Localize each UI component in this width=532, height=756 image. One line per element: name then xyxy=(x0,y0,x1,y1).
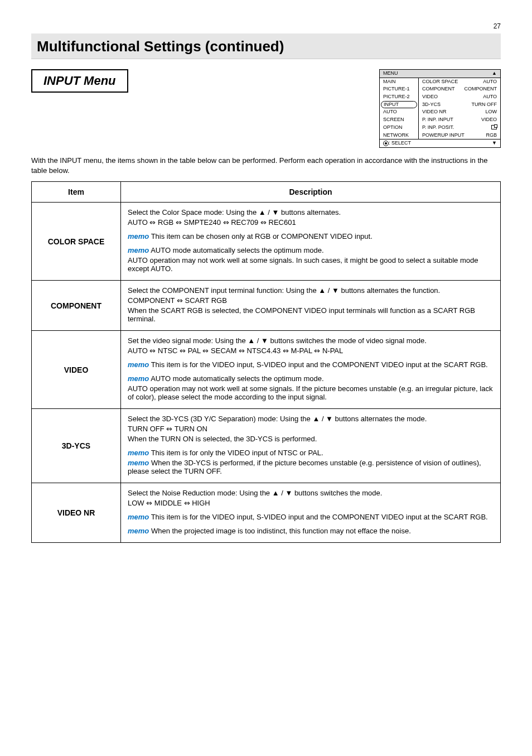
memo-label: memo xyxy=(128,232,149,240)
osd-left-item-selected: INPUT xyxy=(381,101,417,109)
desc-line: Select the COMPONENT input terminal func… xyxy=(128,286,494,295)
chevron-up-icon: ▲ xyxy=(492,70,497,77)
item-description: Select the 3D-YCS (3D Y/C Separation) mo… xyxy=(121,409,501,483)
memo-text: This item is for the VIDEO input, S-VIDE… xyxy=(149,360,487,369)
osd-setting-value: LOW xyxy=(485,109,497,115)
table-header-description: Description xyxy=(121,182,501,203)
item-name: COMPONENT xyxy=(32,281,121,331)
memo: memo AUTO mode automatically selects the… xyxy=(128,374,494,383)
item-description: Set the video signal mode: Using the ▲ /… xyxy=(121,331,501,409)
osd-setting-value: AUTO xyxy=(483,79,497,85)
memo: memo When the projected image is too ind… xyxy=(128,527,494,535)
memo-label: memo xyxy=(128,459,149,467)
osd-left-item: OPTION xyxy=(380,124,418,132)
item-description: Select the COMPONENT input terminal func… xyxy=(121,281,501,331)
desc-line: Set the video signal mode: Using the ▲ /… xyxy=(128,336,494,345)
table-row: VIDEO NR Select the Noise Reduction mode… xyxy=(32,483,501,543)
osd-setting-value: COMPONENT xyxy=(465,86,497,93)
desc-line: When the TURN ON is selected, the 3D-YCS… xyxy=(128,435,494,443)
memo: memo This item is for the VIDEO input, S… xyxy=(128,513,494,521)
table-row: 3D-YCS Select the 3D-YCS (3D Y/C Separat… xyxy=(32,409,501,483)
osd-setting-label: POWERUP INPUT xyxy=(422,132,465,139)
item-description: Select the Color Space mode: Using the ▲… xyxy=(121,203,501,281)
memo-label: memo xyxy=(128,246,149,254)
osd-header-label: MENU xyxy=(383,70,398,77)
osd-left-item: PICTURE-1 xyxy=(380,85,418,93)
desc-sequence: COMPONENT ⇔ SCART RGB xyxy=(128,296,494,305)
memo-extra: AUTO operation may not work well at some… xyxy=(128,256,494,273)
table-row: VIDEO Set the video signal mode: Using t… xyxy=(32,331,501,409)
osd-setting-label: VIDEO xyxy=(422,94,438,100)
memo-label: memo xyxy=(128,374,149,383)
table-row: COMPONENT Select the COMPONENT input ter… xyxy=(32,281,501,331)
memo: memo This item can be chosen only at RGB… xyxy=(128,232,494,240)
chevron-down-icon: ▼ xyxy=(492,140,497,147)
page-title: Multifunctional Settings (continued) xyxy=(31,33,501,59)
desc-sequence: TURN OFF ⇔ TURN ON xyxy=(128,425,494,433)
memo: memo AUTO mode automatically selects the… xyxy=(128,246,494,254)
item-description: Select the Noise Reduction mode: Using t… xyxy=(121,483,501,543)
item-name: VIDEO NR xyxy=(32,483,121,543)
desc-line: Select the 3D-YCS (3D Y/C Separation) mo… xyxy=(128,415,494,423)
osd-left-item: NETWORK xyxy=(380,132,418,139)
table-row: COLOR SPACE Select the Color Space mode:… xyxy=(32,203,501,281)
osd-setting-label: COMPONENT xyxy=(422,86,455,93)
memo-text: AUTO mode automatically selects the opti… xyxy=(149,374,323,383)
memo-label: memo xyxy=(128,513,149,521)
memo-label: memo xyxy=(128,360,149,369)
memo-text: This item is for the VIDEO input, S-VIDE… xyxy=(149,513,487,521)
osd-left-item: PICTURE-2 xyxy=(380,93,418,101)
osd-setting-value: TURN OFF xyxy=(472,102,497,108)
osd-right-column: COLOR SPACEAUTO COMPONENTCOMPONENT VIDEO… xyxy=(419,78,500,139)
osd-footer-label: : SELECT xyxy=(389,140,411,146)
osd-setting-label: VIDEO NR xyxy=(422,109,447,115)
memo-text: When the projected image is too indistin… xyxy=(149,527,410,535)
table-header-item: Item xyxy=(32,182,121,203)
osd-setting-value: RGB xyxy=(486,132,497,139)
osd-left-column: MAIN PICTURE-1 PICTURE-2 INPUT AUTO SCRE… xyxy=(380,78,419,139)
section-heading: INPUT Menu xyxy=(31,69,128,93)
memo: memo This item is for only the VIDEO inp… xyxy=(128,449,494,457)
desc-line: When the SCART RGB is selected, the COMP… xyxy=(128,306,494,323)
item-name: COLOR SPACE xyxy=(32,203,121,281)
osd-menu: MENU ▲ MAIN PICTURE-1 PICTURE-2 INPUT AU… xyxy=(379,69,501,148)
osd-left-item: MAIN xyxy=(380,78,418,86)
desc-line: Select the Noise Reduction mode: Using t… xyxy=(128,489,494,497)
memo: memo This item is for the VIDEO input, S… xyxy=(128,360,494,369)
joystick-icon xyxy=(383,141,389,146)
position-icon xyxy=(491,124,497,131)
memo-text: This item is for only the VIDEO input of… xyxy=(149,449,323,457)
page-number: 27 xyxy=(31,22,501,30)
memo-text: AUTO mode automatically selects the opti… xyxy=(149,246,323,254)
desc-line: Select the Color Space mode: Using the ▲… xyxy=(128,208,494,216)
osd-setting-value: VIDEO xyxy=(481,117,497,123)
desc-sequence: LOW ⇔ MIDDLE ⇔ HIGH xyxy=(128,499,494,507)
memo-extra: AUTO operation may not work well at some… xyxy=(128,384,494,401)
memo-label: memo xyxy=(128,527,149,535)
osd-setting-value: AUTO xyxy=(483,94,497,100)
memo: memo When the 3D-YCS is performed, if th… xyxy=(128,459,494,475)
desc-sequence: AUTO ⇔ RGB ⇔ SMPTE240 ⇔ REC709 ⇔ REC601 xyxy=(128,218,494,227)
osd-left-item: SCREEN xyxy=(380,116,418,124)
osd-setting-label: P. INP. INPUT xyxy=(422,117,453,123)
osd-footer-select: : SELECT xyxy=(383,140,411,147)
osd-setting-label: P. INP. POSIT. xyxy=(422,124,454,131)
memo-text: When the 3D-YCS is performed, if the pic… xyxy=(128,459,481,475)
desc-sequence: AUTO ⇔ NTSC ⇔ PAL ⇔ SECAM ⇔ NTSC4.43 ⇔ M… xyxy=(128,346,494,355)
intro-paragraph: With the INPUT menu, the items shown in … xyxy=(31,156,501,176)
memo-label: memo xyxy=(128,449,149,457)
osd-setting-label: 3D-YCS xyxy=(422,102,441,108)
item-name: 3D-YCS xyxy=(32,409,121,483)
item-name: VIDEO xyxy=(32,331,121,409)
osd-left-item: AUTO xyxy=(380,108,418,116)
settings-table: Item Description COLOR SPACE Select the … xyxy=(31,181,501,543)
osd-setting-label: COLOR SPACE xyxy=(422,79,458,85)
memo-text: This item can be chosen only at RGB or C… xyxy=(149,232,373,240)
